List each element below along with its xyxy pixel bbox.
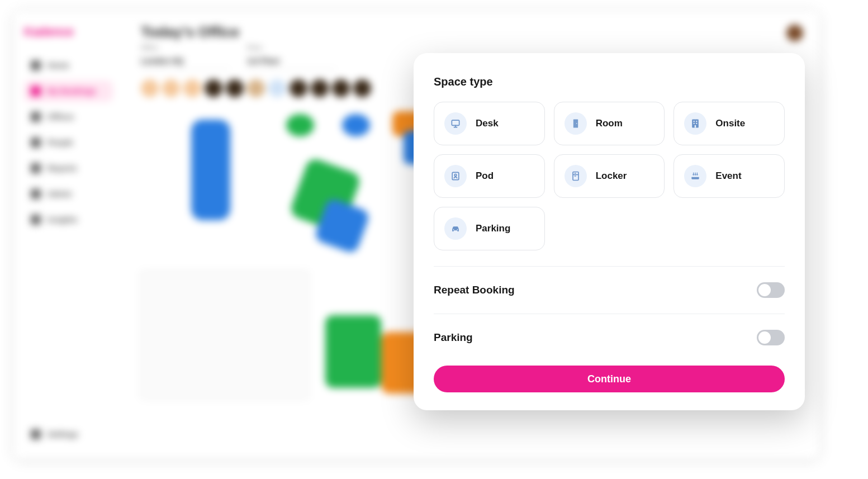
space-type-label: Event bbox=[715, 170, 741, 182]
pod-icon bbox=[444, 165, 467, 187]
door-icon bbox=[565, 112, 587, 135]
page-title: Today's Office bbox=[141, 23, 801, 41]
locker-icon bbox=[565, 165, 587, 187]
svg-rect-4 bbox=[694, 121, 695, 122]
divider bbox=[434, 314, 785, 314]
svg-rect-6 bbox=[694, 123, 695, 124]
desk-icon bbox=[444, 112, 467, 135]
logo: Kadence bbox=[24, 25, 113, 39]
sidebar-item-home[interactable]: Home bbox=[24, 55, 113, 76]
filter-floor[interactable]: Floor 1st Floor bbox=[247, 44, 336, 69]
svg-point-15 bbox=[453, 229, 454, 230]
avatar[interactable] bbox=[162, 79, 180, 97]
toggle-label: Repeat Booking bbox=[434, 284, 515, 296]
toggle-label: Parking bbox=[434, 331, 473, 344]
sidebar-item-reports[interactable]: Reports bbox=[24, 158, 113, 179]
sidebar-item-label: My Bookings bbox=[48, 87, 96, 96]
svg-rect-5 bbox=[696, 121, 698, 122]
space-type-onsite[interactable]: Onsite bbox=[673, 102, 785, 145]
sidebar-item-label: Offices bbox=[48, 112, 74, 121]
space-type-desk[interactable]: Desk bbox=[434, 102, 545, 145]
sidebar-item-label: Admin bbox=[48, 189, 72, 198]
desk-available[interactable] bbox=[286, 114, 314, 136]
event-icon bbox=[684, 165, 706, 187]
sidebar-item-bookings[interactable]: My Bookings bbox=[24, 80, 113, 102]
filter-value: London HQ bbox=[141, 53, 230, 69]
avatar[interactable] bbox=[353, 79, 371, 97]
chart-icon bbox=[31, 163, 41, 173]
toggle-parking[interactable] bbox=[757, 330, 785, 345]
zone-outline bbox=[141, 271, 309, 399]
desk-booked[interactable] bbox=[342, 114, 370, 136]
sidebar-item-settings[interactable]: Settings bbox=[24, 424, 113, 445]
svg-point-10 bbox=[454, 174, 457, 177]
filter-label: Office bbox=[141, 44, 230, 51]
avatar[interactable] bbox=[226, 79, 244, 97]
gear-icon bbox=[31, 429, 41, 439]
building-icon bbox=[31, 112, 41, 122]
avatar[interactable] bbox=[141, 79, 159, 97]
space-type-grid: Desk Room Onsite Pod Locker bbox=[434, 102, 785, 250]
people-icon bbox=[31, 137, 41, 148]
sidebar-item-admin[interactable]: Admin bbox=[24, 183, 113, 205]
car-icon bbox=[444, 217, 467, 240]
space-type-label: Parking bbox=[476, 223, 510, 234]
space-type-event[interactable]: Event bbox=[673, 154, 785, 198]
space-type-label: Locker bbox=[596, 170, 627, 182]
space-type-modal: Space type Desk Room Onsite Pod bbox=[414, 53, 805, 410]
sidebar-item-label: Settings bbox=[48, 430, 78, 439]
continue-button[interactable]: Continue bbox=[434, 366, 785, 392]
sidebar: Kadence Home My Bookings Offices People … bbox=[14, 11, 123, 458]
filter-label: Floor bbox=[247, 44, 336, 51]
sidebar-item-label: Insights bbox=[48, 215, 78, 224]
svg-point-16 bbox=[457, 229, 458, 230]
desk-cluster[interactable] bbox=[191, 120, 230, 220]
space-type-parking[interactable]: Parking bbox=[434, 207, 545, 250]
user-avatar[interactable] bbox=[786, 25, 803, 41]
space-type-pod[interactable]: Pod bbox=[434, 154, 545, 198]
sidebar-item-label: Home bbox=[48, 61, 69, 70]
space-type-label: Desk bbox=[476, 118, 499, 129]
modal-title: Space type bbox=[434, 75, 785, 88]
svg-point-13 bbox=[695, 174, 696, 176]
calendar-icon bbox=[31, 86, 41, 96]
avatar[interactable] bbox=[183, 79, 201, 97]
filter-office[interactable]: Office London HQ bbox=[141, 44, 230, 69]
filter-value: 1st Floor bbox=[247, 53, 336, 69]
building-icon bbox=[684, 112, 706, 135]
sidebar-item-people[interactable]: People bbox=[24, 132, 113, 153]
svg-rect-1 bbox=[573, 120, 577, 128]
home-icon bbox=[31, 60, 41, 70]
space-type-room[interactable]: Room bbox=[554, 102, 665, 145]
sidebar-item-offices[interactable]: Offices bbox=[24, 106, 113, 127]
toggle-repeat-booking[interactable] bbox=[757, 282, 785, 298]
space-type-label: Room bbox=[596, 118, 623, 129]
avatar[interactable] bbox=[332, 79, 350, 97]
space-type-label: Pod bbox=[476, 170, 494, 182]
shield-icon bbox=[31, 189, 41, 199]
sidebar-item-label: Reports bbox=[48, 164, 77, 173]
avatar[interactable] bbox=[247, 79, 265, 97]
avatar[interactable] bbox=[311, 79, 329, 97]
avatar[interactable] bbox=[205, 79, 222, 97]
bulb-icon bbox=[31, 215, 41, 225]
toggle-parking-row: Parking bbox=[434, 319, 785, 357]
space-type-locker[interactable]: Locker bbox=[554, 154, 665, 198]
svg-point-2 bbox=[576, 123, 577, 124]
avatar[interactable] bbox=[268, 79, 286, 97]
divider bbox=[434, 266, 785, 267]
avatar[interactable] bbox=[290, 79, 307, 97]
space-type-label: Onsite bbox=[715, 118, 745, 129]
svg-rect-0 bbox=[452, 120, 459, 125]
svg-point-14 bbox=[696, 174, 698, 176]
svg-rect-7 bbox=[696, 123, 698, 124]
room-available[interactable] bbox=[325, 315, 381, 388]
svg-rect-8 bbox=[695, 125, 696, 128]
toggle-repeat-booking-row: Repeat Booking bbox=[434, 271, 785, 309]
svg-point-12 bbox=[693, 174, 695, 176]
sidebar-item-insights[interactable]: Insights bbox=[24, 209, 113, 230]
sidebar-item-label: People bbox=[48, 138, 73, 147]
